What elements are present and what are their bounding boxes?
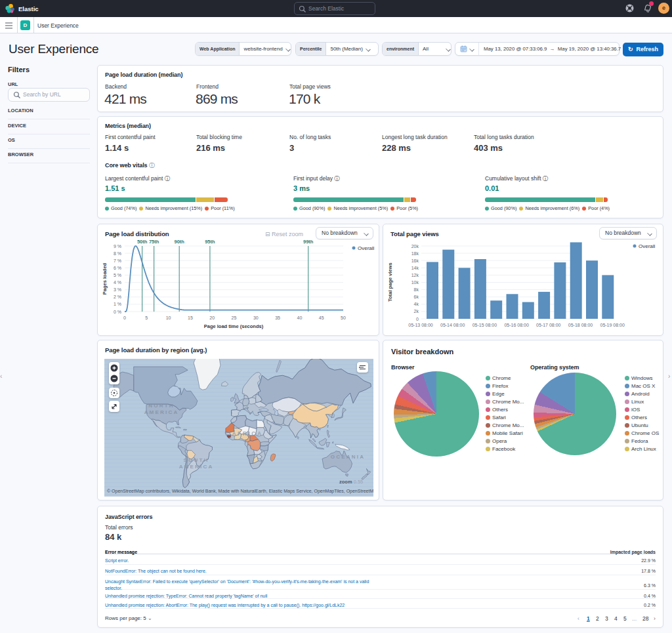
svg-text:18k: 18k [411,251,419,256]
svg-text:12k: 12k [411,273,419,277]
svg-text:05-19 08:00: 05-19 08:00 [600,323,625,327]
svg-text:Overall: Overall [639,243,656,249]
svg-text:05-13 08:00: 05-13 08:00 [408,323,432,327]
svg-text:50th: 50th [137,239,148,245]
svg-text:8 %: 8 % [114,251,121,256]
svg-text:20k: 20k [411,244,419,249]
svg-text:9 %: 9 % [114,244,121,249]
svg-text:50: 50 [341,316,346,320]
svg-text:16k: 16k [411,258,419,263]
svg-text:20: 20 [209,316,215,320]
svg-text:6k: 6k [414,295,419,299]
svg-text:5 %: 5 % [114,273,121,277]
svg-text:25: 25 [232,316,237,320]
svg-text:SOUTH: SOUTH [184,457,209,463]
svg-text:75th: 75th [149,239,159,245]
svg-text:0 %: 0 % [114,310,121,314]
svg-text:3 %: 3 % [114,287,121,292]
svg-text:15: 15 [188,316,193,320]
svg-text:1 %: 1 % [114,302,121,306]
svg-text:10k: 10k [411,280,419,285]
svg-text:AMERICA: AMERICA [179,464,214,470]
svg-text:05-18 08:00: 05-18 08:00 [568,323,593,327]
svg-text:NORTH: NORTH [148,403,174,409]
svg-text:0: 0 [123,316,126,320]
svg-text:© OpenStreetMap contributors,: © OpenStreetMap contributors, Wikidata, … [107,489,373,494]
svg-text:7 %: 7 % [114,258,121,263]
svg-text:35: 35 [275,316,280,320]
svg-text:Pages loaded: Pages loaded [102,262,108,295]
svg-text:OCEANIA: OCEANIA [331,454,365,460]
svg-text:30: 30 [253,316,259,320]
svg-text:AMERICA: AMERICA [144,409,179,415]
svg-text:6 %: 6 % [114,266,121,270]
svg-text:4 %: 4 % [114,280,121,285]
svg-text:2 %: 2 % [114,295,121,299]
svg-text:AFRICA: AFRICA [232,430,262,437]
svg-text:99th: 99th [303,239,314,245]
svg-text:95th: 95th [205,239,215,245]
svg-text:40: 40 [297,316,303,320]
svg-text:10: 10 [166,316,171,320]
svg-text:14k: 14k [411,266,419,270]
svg-text:05-16 08:00: 05-16 08:00 [504,323,528,327]
svg-text:45: 45 [319,316,324,320]
svg-text:90th: 90th [174,239,184,245]
svg-text:5: 5 [145,316,148,320]
svg-text:Total page views: Total page views [387,262,393,301]
svg-text:05-15 08:00: 05-15 08:00 [472,323,497,327]
svg-text:Page load time (seconds): Page load time (seconds) [204,323,264,329]
svg-text:zoom 0.55: zoom 0.55 [339,479,363,485]
svg-text:05-14 08:00: 05-14 08:00 [440,323,465,327]
svg-text:Overall: Overall [358,245,375,251]
svg-text:4k: 4k [414,302,419,306]
svg-text:0: 0 [416,317,419,321]
svg-text:05-17 08:00: 05-17 08:00 [536,323,560,327]
svg-text:8k: 8k [414,287,419,292]
svg-text:2k: 2k [414,309,419,314]
